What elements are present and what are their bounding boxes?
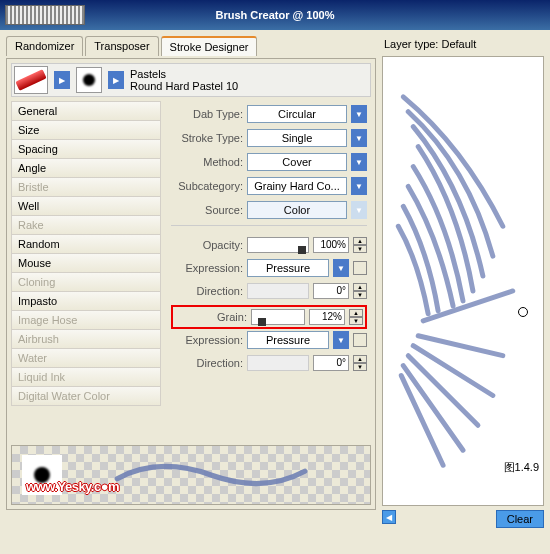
sidebar-item-rake: Rake bbox=[11, 215, 161, 235]
sidebar: General Size Spacing Angle Bristle Well … bbox=[11, 101, 161, 405]
source-arrow[interactable]: ▼ bbox=[351, 201, 367, 219]
expression1-arrow[interactable]: ▼ bbox=[333, 259, 349, 277]
brush-category-icon[interactable] bbox=[14, 66, 48, 94]
sidebar-item-water: Water bbox=[11, 348, 161, 368]
tab-transposer[interactable]: Transposer bbox=[85, 36, 158, 56]
sidebar-item-airbrush: Airbrush bbox=[11, 329, 161, 349]
source-select[interactable]: Color bbox=[247, 201, 347, 219]
brush-variant-icon[interactable] bbox=[76, 67, 102, 93]
direction2-label: Direction: bbox=[171, 357, 243, 369]
window-title: Brush Creator @ 100% bbox=[216, 9, 335, 21]
subcategory-label: Subcategory: bbox=[171, 180, 243, 192]
sidebar-item-digital-water-color: Digital Water Color bbox=[11, 386, 161, 406]
grain-value[interactable]: 12% bbox=[309, 309, 345, 325]
expression1-invert-button[interactable] bbox=[353, 261, 367, 275]
brush-variant-name: Round Hard Pastel 10 bbox=[130, 80, 238, 92]
watermark: www.Yesky.c●m bbox=[26, 479, 119, 494]
direction1-stepper: ▲▼ bbox=[353, 283, 367, 299]
sidebar-item-angle[interactable]: Angle bbox=[11, 158, 161, 178]
source-label: Source: bbox=[171, 204, 243, 216]
tabs: Randomizer Transposer Stroke Designer bbox=[6, 36, 376, 56]
opacity-value[interactable]: 100% bbox=[313, 237, 349, 253]
sidebar-item-image-hose: Image Hose bbox=[11, 310, 161, 330]
method-label: Method: bbox=[171, 156, 243, 168]
sidebar-item-bristle: Bristle bbox=[11, 177, 161, 197]
dab-type-arrow[interactable]: ▼ bbox=[351, 105, 367, 123]
svg-point-0 bbox=[83, 74, 95, 86]
titlebar: Brush Creator @ 100% bbox=[0, 0, 550, 30]
stroke-type-arrow[interactable]: ▼ bbox=[351, 129, 367, 147]
direction1-label: Direction: bbox=[171, 285, 243, 297]
tab-stroke-designer[interactable]: Stroke Designer bbox=[161, 36, 258, 56]
expression1-label: Expression: bbox=[171, 262, 243, 274]
expression2-arrow[interactable]: ▼ bbox=[333, 331, 349, 349]
expression1-select[interactable]: Pressure bbox=[247, 259, 329, 277]
sidebar-item-well[interactable]: Well bbox=[11, 196, 161, 216]
direction1-value: 0° bbox=[313, 283, 349, 299]
subcategory-arrow[interactable]: ▼ bbox=[351, 177, 367, 195]
method-arrow[interactable]: ▼ bbox=[351, 153, 367, 171]
dab-type-select[interactable]: Circular bbox=[247, 105, 347, 123]
brush-variant-dropdown[interactable]: ▶ bbox=[108, 71, 124, 89]
scroll-left-button[interactable]: ◀ bbox=[382, 510, 396, 524]
grain-highlight: Grain: 12% ▲▼ bbox=[171, 305, 367, 329]
expression2-label: Expression: bbox=[171, 334, 243, 346]
stroke-preview: www.Yesky.c●m bbox=[11, 445, 371, 505]
brush-category-dropdown[interactable]: ▶ bbox=[54, 71, 70, 89]
direction2-value: 0° bbox=[313, 355, 349, 371]
brush-header: ▶ ▶ Pastels Round Hard Pastel 10 bbox=[11, 63, 371, 97]
sidebar-item-mouse[interactable]: Mouse bbox=[11, 253, 161, 273]
sidebar-item-random[interactable]: Random bbox=[11, 234, 161, 254]
sidebar-item-liquid-ink: Liquid Ink bbox=[11, 367, 161, 387]
grain-stepper[interactable]: ▲▼ bbox=[349, 309, 363, 325]
direction2-stepper: ▲▼ bbox=[353, 355, 367, 371]
stroke-type-label: Stroke Type: bbox=[171, 132, 243, 144]
sidebar-item-cloning: Cloning bbox=[11, 272, 161, 292]
opacity-label: Opacity: bbox=[171, 239, 243, 251]
sample-strokes bbox=[383, 57, 543, 505]
figure-label: 图1.4.9 bbox=[504, 460, 539, 475]
method-select[interactable]: Cover bbox=[247, 153, 347, 171]
grain-label: Grain: bbox=[175, 311, 247, 323]
subcategory-select[interactable]: Grainy Hard Co... bbox=[247, 177, 347, 195]
dab-type-label: Dab Type: bbox=[171, 108, 243, 120]
opacity-slider[interactable] bbox=[247, 237, 309, 253]
sidebar-item-spacing[interactable]: Spacing bbox=[11, 139, 161, 159]
direction2-slider bbox=[247, 355, 309, 371]
expression2-select[interactable]: Pressure bbox=[247, 331, 329, 349]
expression2-invert-button[interactable] bbox=[353, 333, 367, 347]
tab-randomizer[interactable]: Randomizer bbox=[6, 36, 83, 56]
brush-category-name: Pastels bbox=[130, 68, 238, 80]
titlebar-grip[interactable] bbox=[5, 5, 85, 25]
opacity-stepper[interactable]: ▲▼ bbox=[353, 237, 367, 253]
brush-cursor-icon bbox=[518, 307, 528, 317]
grain-slider[interactable] bbox=[251, 309, 305, 325]
layer-type: Layer type: Default bbox=[382, 36, 544, 52]
stroke-type-select[interactable]: Single bbox=[247, 129, 347, 147]
sidebar-item-general[interactable]: General bbox=[11, 101, 161, 121]
sidebar-item-impasto[interactable]: Impasto bbox=[11, 291, 161, 311]
sidebar-item-size[interactable]: Size bbox=[11, 120, 161, 140]
clear-button[interactable]: Clear bbox=[496, 510, 544, 528]
direction1-slider bbox=[247, 283, 309, 299]
scratch-pad[interactable]: 图1.4.9 bbox=[382, 56, 544, 506]
